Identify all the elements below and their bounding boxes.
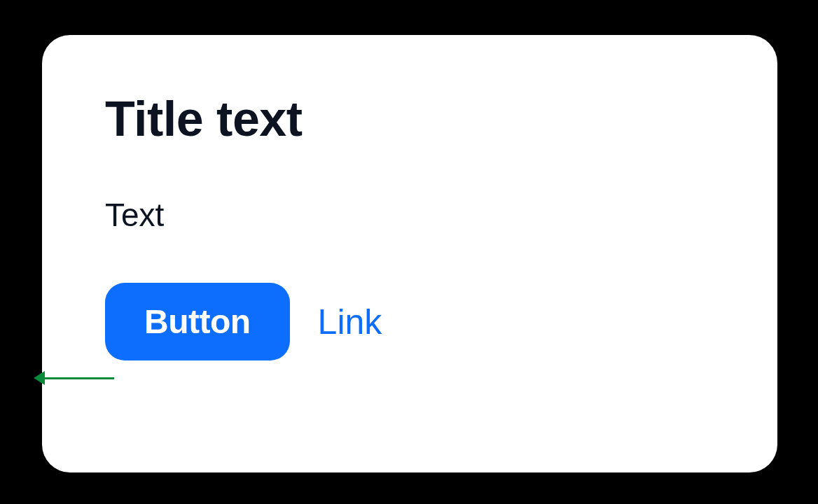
card-container: Title text Text Button Link: [42, 35, 777, 472]
card-body-text: Text: [105, 196, 714, 234]
card-title: Title text: [105, 91, 714, 147]
card-link[interactable]: Link: [318, 302, 382, 342]
primary-button[interactable]: Button: [105, 283, 290, 360]
card-actions: Button Link: [105, 283, 714, 360]
